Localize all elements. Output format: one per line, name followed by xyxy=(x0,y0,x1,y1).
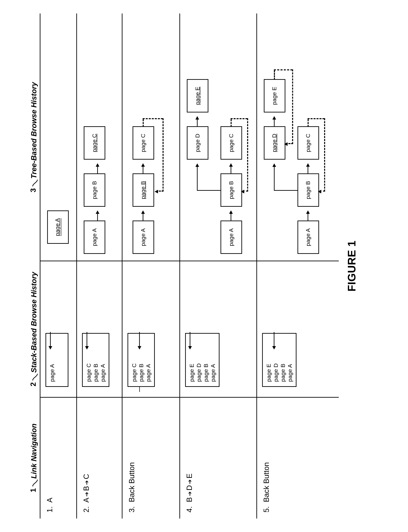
tree-arrow xyxy=(274,116,275,127)
row1-link-nav: 1. A xyxy=(45,498,54,513)
col-header-tree: 3 Tree-Based Browse History xyxy=(19,13,40,261)
tree-node-A: page A xyxy=(133,221,154,254)
tree-node-A: page A xyxy=(47,210,69,244)
col3-num: 3 xyxy=(29,188,37,192)
back-path-icon xyxy=(162,118,164,191)
row5-num: 5. xyxy=(262,506,270,513)
row1-num: 1. xyxy=(45,506,54,513)
tree-arrow xyxy=(197,164,198,191)
stack-item: page C xyxy=(131,338,138,382)
tree-arrow xyxy=(143,211,143,221)
stack-item: page B xyxy=(138,338,145,382)
tree-node-B: page B xyxy=(298,173,319,207)
stack-item: page A xyxy=(209,338,216,382)
row2-stack: page C page B page A xyxy=(82,333,109,387)
stack-item: page D xyxy=(272,338,279,382)
stack-item: page B xyxy=(202,338,209,382)
row3-stack: page C page B page A xyxy=(128,333,155,387)
stack-item: page A xyxy=(49,338,56,382)
stack-item: page B xyxy=(279,338,286,382)
col2-num: 2 xyxy=(29,382,37,386)
back-path-icon xyxy=(308,119,309,127)
col1-num: 1 xyxy=(29,488,37,492)
back-path-icon xyxy=(292,69,293,144)
lead-line-icon xyxy=(32,179,38,187)
back-arrowhead-icon xyxy=(155,190,158,193)
back-path-icon xyxy=(143,118,163,119)
back-arrowhead-icon xyxy=(318,190,321,193)
tree-node-C: page C xyxy=(84,126,105,160)
arrow-right-icon: ➔ xyxy=(186,491,193,496)
tree-elbow xyxy=(274,190,298,191)
tree-arrow xyxy=(197,116,198,127)
tree-node-A: page A xyxy=(298,221,319,254)
row5-nav: Back Button xyxy=(262,462,270,502)
row3-num: 3. xyxy=(128,506,136,513)
row2-link-nav: 2. A➔B➔C xyxy=(82,474,90,513)
tree-elbow xyxy=(197,190,221,191)
tree-arrow xyxy=(97,164,98,174)
tree-arrow xyxy=(231,211,231,221)
row5-stack: page E page D page B page A xyxy=(262,333,297,387)
row4-num: 4. xyxy=(185,506,193,513)
comparison-table: 1 Link Navigation 2 Stack-Based Browse H… xyxy=(19,13,339,519)
row1-stack: page A xyxy=(45,333,68,387)
row4-stack: page E page D page B page A xyxy=(185,333,220,387)
col-header-link-navigation: 1 Link Navigation xyxy=(19,397,40,519)
stack-item: page E xyxy=(265,338,272,382)
tree-node-C: page C xyxy=(133,126,154,160)
stack-item: page C xyxy=(85,338,92,382)
tree-arrow xyxy=(308,211,308,221)
back-path-icon xyxy=(231,119,232,127)
arrow-right-icon: ➔ xyxy=(83,480,90,485)
lead-line-icon xyxy=(32,374,38,381)
row5-link-nav: 5. Back Button xyxy=(262,462,271,513)
back-path-icon xyxy=(274,69,292,70)
tree-arrow xyxy=(308,164,308,174)
row3-nav: Back Button xyxy=(128,462,136,502)
figure-1-diagram: 1 Link Navigation 2 Stack-Based Browse H… xyxy=(19,13,389,519)
tree-arrow xyxy=(274,164,275,191)
row3-link-nav: 3. Back Button xyxy=(128,462,136,513)
tree-node-D: page D xyxy=(187,126,208,160)
tree-node-B: page B xyxy=(84,173,105,207)
row4-link-nav: 4. B➔D➔E xyxy=(185,474,194,513)
tree-node-D: page D xyxy=(264,126,285,160)
pointer-indicator-icon xyxy=(139,387,140,392)
tree-arrow xyxy=(231,164,231,174)
tree-node-E: page E xyxy=(264,79,285,112)
back-path-icon xyxy=(143,119,144,127)
tree-node-B: page B xyxy=(221,173,242,207)
stack-item: page A xyxy=(145,338,152,382)
col-header-stack: 2 Stack-Based Browse History xyxy=(19,261,40,397)
stack-item: page E xyxy=(188,338,195,382)
arrow-right-icon: ➔ xyxy=(83,492,90,497)
arrow-right-icon: ➔ xyxy=(186,480,193,484)
back-path-icon xyxy=(247,118,248,191)
row2-num: 2. xyxy=(82,506,90,513)
stack-item: page D xyxy=(195,338,202,382)
back-path-icon xyxy=(308,118,324,119)
stack-item: page A xyxy=(286,338,293,382)
stack-item: page B xyxy=(92,338,99,382)
row1-nav: A xyxy=(45,498,54,503)
stack-item: page A xyxy=(99,338,106,382)
back-path-icon xyxy=(324,118,325,191)
tree-arrow xyxy=(97,211,98,221)
figure-caption: FIGURE 1 xyxy=(346,13,358,519)
back-path-icon xyxy=(274,70,275,80)
tree-node-B: page B xyxy=(133,173,154,207)
tree-node-A: page A xyxy=(221,221,242,254)
tree-arrow xyxy=(143,164,143,174)
back-arrowhead-icon xyxy=(284,142,288,146)
tree-node-C: page C xyxy=(221,126,242,160)
col1-label: Link Navigation xyxy=(30,424,38,479)
tree-node-E: page E xyxy=(187,79,208,112)
col3-label: Tree-Based Browse History xyxy=(30,82,38,179)
back-path-icon xyxy=(231,118,247,119)
tree-node-A: page A xyxy=(84,221,105,254)
lead-line-icon xyxy=(32,479,38,487)
col2-label: Stack-Based Browse History xyxy=(30,272,38,373)
back-arrowhead-icon xyxy=(241,190,244,193)
tree-node-C: page C xyxy=(298,126,319,160)
